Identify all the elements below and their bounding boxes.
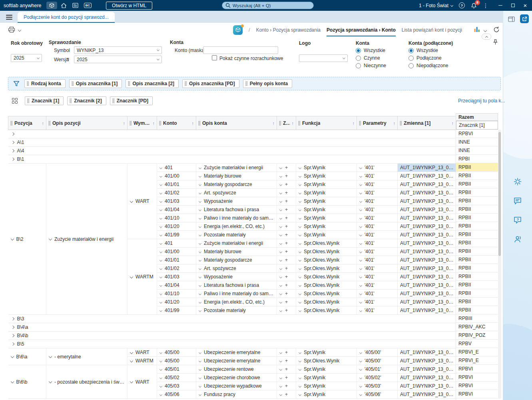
cell-zmienna[interactable]: AUT_1\WYNIKP_13_00150 <box>398 348 456 357</box>
sort-asc-icon[interactable]: ↑ <box>353 121 355 126</box>
razem-cell[interactable]: RPBII <box>456 180 498 188</box>
cell-parametry[interactable]: '405/00' <box>357 348 398 357</box>
cell-znacznik-toggle[interactable]: + <box>277 382 296 390</box>
cell-zmienna[interactable]: AUT_1\WYNIKP_13_00039 <box>398 206 456 214</box>
cell-znacznik-toggle[interactable]: + <box>277 306 296 315</box>
chip-grip[interactable] <box>70 98 72 103</box>
chip-grip[interactable] <box>128 81 130 86</box>
cell-opis-konta[interactable]: Ubezpieczenie rentowe <box>196 365 277 374</box>
maximize-button[interactable] <box>510 2 516 10</box>
cell-konto[interactable]: 401 <box>157 239 196 248</box>
cell-konto[interactable]: 401/99 <box>157 231 196 239</box>
cell-funkcja[interactable]: Spr.Wynik <box>296 348 357 357</box>
detail-row[interactable]: B\2Zużycie materiałów i energiiWART401Zu… <box>8 164 456 172</box>
cell-zmienna[interactable]: AUT_1\WYNIKP_13_00038 <box>398 306 456 315</box>
chart-options-chevron[interactable] <box>484 29 487 32</box>
cell-funkcja[interactable]: Spr.Wynik <box>296 222 357 231</box>
cell-znacznik-toggle[interactable]: + <box>277 189 296 197</box>
cell-zmienna[interactable]: AUT_1\WYNIKP_13_00039 <box>398 222 456 231</box>
vertical-scrollbar[interactable] <box>498 130 501 399</box>
chip-grip[interactable] <box>185 81 187 86</box>
search-box[interactable] <box>222 2 314 9</box>
column-grip[interactable] <box>159 121 161 126</box>
contact-person-icon[interactable] <box>513 234 522 244</box>
razem-cell[interactable]: RPBVI_E <box>456 356 498 365</box>
konto-maska-input[interactable] <box>203 46 278 54</box>
cell-znacznik-toggle[interactable]: + <box>277 390 296 399</box>
cell-pozycja-summary[interactable]: B\4\a <box>8 323 456 332</box>
cell-funkcja[interactable]: Spr.Okres.Wynik <box>296 273 357 281</box>
razem-cell[interactable]: RPBII <box>456 306 498 314</box>
drag-columns-hint[interactable]: Przeciągnij tu pola k... <box>458 98 505 104</box>
summary-row[interactable]: B\1 <box>8 155 456 164</box>
cell-funkcja[interactable]: Spr.Okres.Wynik <box>296 256 357 264</box>
cell-opis-konta[interactable]: Materiały gospodarcze <box>196 180 277 189</box>
summary-row[interactable]: A\4 <box>8 147 456 155</box>
cell-opis-konta[interactable]: Art. spożywcze <box>196 189 277 197</box>
cell-zmienna[interactable]: AUT_1\WYNIKP_13_00038 <box>398 256 456 264</box>
cell-parametry[interactable]: '401' <box>357 189 398 197</box>
home-icon[interactable] <box>59 2 69 10</box>
cell-opis-konta[interactable]: Materiały biurowe <box>196 248 277 256</box>
cell-znacznik-toggle[interactable]: + <box>277 214 296 222</box>
chip-grip[interactable] <box>245 81 247 86</box>
razem-cell[interactable]: RPBII <box>456 281 498 289</box>
summary-row[interactable] <box>8 130 456 138</box>
radio-wszystkie[interactable]: Wszystkie <box>408 48 448 53</box>
cell-opis-konta[interactable]: Pozostałe materiały <box>196 306 277 315</box>
cell-konto[interactable]: 401/00 <box>157 172 196 180</box>
cell-parametry[interactable]: '401' <box>357 214 398 222</box>
cell-konto[interactable]: 405/01 <box>157 365 196 374</box>
print-button[interactable] <box>8 26 15 34</box>
logo-select[interactable] <box>299 54 348 62</box>
cell-funkcja[interactable]: Spr.Wynik <box>296 164 357 172</box>
cell-parametry[interactable]: '401' <box>357 281 398 290</box>
column-grip[interactable] <box>10 121 12 126</box>
razem-cell[interactable]: RPBVI <box>456 390 498 398</box>
cell-opis-konta[interactable]: Energia (en.elektr., CO, etc.) <box>196 222 277 231</box>
cell-konto[interactable]: 405/03 <box>157 382 196 390</box>
group-chip-znacznik-2[interactable]: Znacznik [2] <box>67 96 106 105</box>
cell-konto[interactable]: 405/00 <box>157 357 196 365</box>
razem-cell[interactable]: INNE <box>456 138 498 146</box>
razem-cell[interactable]: RPBVI <box>456 130 498 138</box>
sort-asc-icon[interactable]: ↑ <box>153 121 155 126</box>
razem-cell[interactable]: RPBII <box>456 163 498 172</box>
cell-znacznik-toggle[interactable]: + <box>277 374 296 382</box>
cell-zmienna[interactable]: AUT_1\WYNIKP_13_00038 <box>398 264 456 273</box>
cell-parametry[interactable]: '401' <box>357 222 398 231</box>
cell-funkcja[interactable]: Spr.Okres.Wynik <box>296 264 357 273</box>
column-grip[interactable] <box>48 121 50 126</box>
sort-asc-icon[interactable]: ↑ <box>123 121 126 126</box>
razem-cell[interactable]: RPBV <box>456 340 498 348</box>
cell-opis-konta[interactable]: Pozostałe materiały <box>196 231 277 239</box>
razem-cell[interactable]: RPBIII <box>456 314 498 323</box>
cell-funkcja[interactable]: Spr.Wynik <box>296 382 357 390</box>
hamburger-menu-icon[interactable] <box>6 15 12 20</box>
cell-parametry[interactable]: '405/00' <box>357 357 398 365</box>
cell-konto[interactable]: 401/01 <box>157 180 196 189</box>
radio-icon[interactable] <box>356 56 361 61</box>
cell-opis-konta[interactable]: Ubezpieczenie wypadkowe <box>196 382 277 390</box>
cell-zmienna[interactable]: AUT_1\WYNIKP_13_00160 <box>398 390 456 399</box>
column-header-opis-pozycji[interactable]: Opis pozycji↑ <box>46 116 128 130</box>
cell-konto[interactable]: 405/06 <box>157 390 196 399</box>
cell-konto[interactable]: 401/10 <box>157 290 196 298</box>
cell-parametry[interactable]: '401' <box>357 172 398 180</box>
radio-icon[interactable] <box>356 48 361 53</box>
cell-konto[interactable]: 401/20 <box>157 298 196 306</box>
razem-cell[interactable]: RPBII <box>456 256 498 264</box>
filter-chip-pe-ny-opis-konta[interactable]: Pełny opis konta <box>243 79 292 88</box>
cell-opis-konta[interactable]: Literatura fachowa i prasa <box>196 206 277 214</box>
razem-header[interactable]: Razem <box>456 113 498 121</box>
group-grid-icon[interactable] <box>12 98 18 104</box>
column-grip[interactable] <box>359 121 361 126</box>
cell-parametry[interactable]: '401' <box>357 298 398 306</box>
cell-znacznik-toggle[interactable]: + <box>277 248 296 256</box>
filter-chip-rodzaj-konta[interactable]: Rodzaj konta <box>24 79 66 88</box>
summary-row[interactable]: A\1 <box>8 138 456 147</box>
cell-znacznik-toggle[interactable]: + <box>277 197 296 206</box>
summary-row[interactable]: B\4\a <box>8 323 456 332</box>
cell-opis-konta[interactable]: Wyposażenie <box>196 197 277 206</box>
column-grip[interactable] <box>298 121 300 126</box>
